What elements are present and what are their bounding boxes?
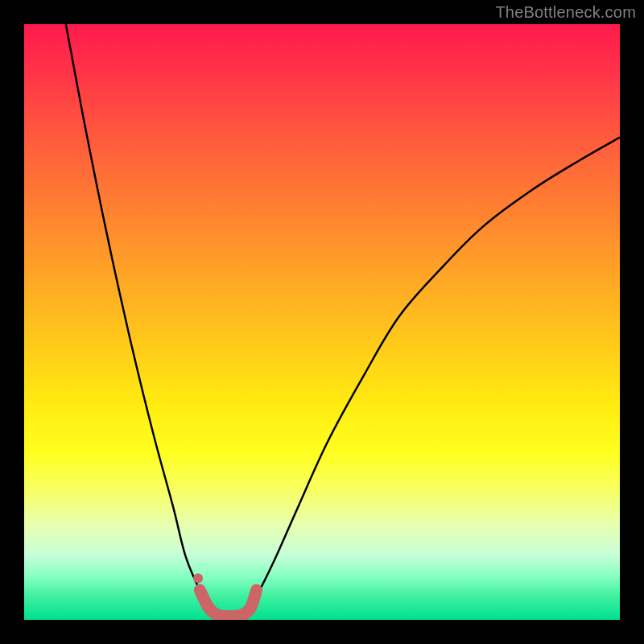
curve-right-branch [245,138,620,614]
highlight-dot [193,573,203,583]
valley-highlight [200,590,256,617]
chart-frame: TheBottleneck.com [0,0,644,644]
watermark-text: TheBottleneck.com [495,3,636,22]
plot-area [24,24,620,620]
curve-layer [24,24,620,620]
curve-left-branch [66,24,215,614]
